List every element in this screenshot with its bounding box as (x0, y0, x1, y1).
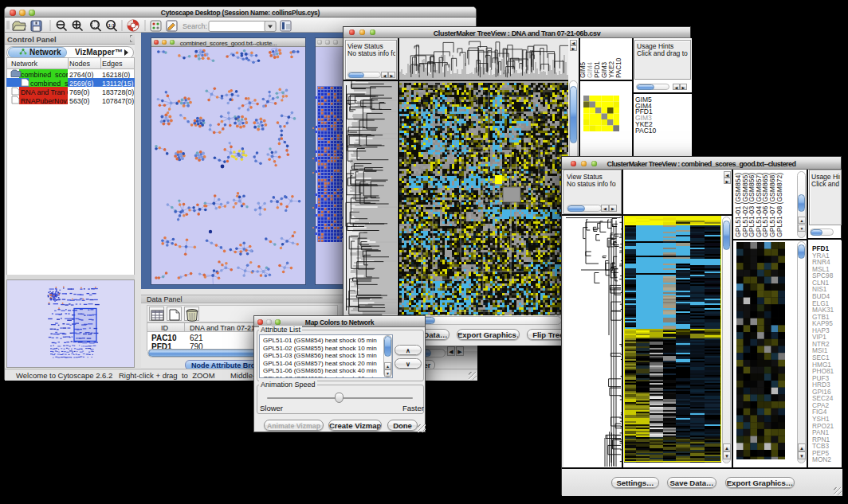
svg-text:GIM4: GIM4 (587, 62, 594, 78)
svg-text:GPL51-08 (GSM872): GPL51-08 (GSM872) (775, 173, 783, 237)
svg-text:PFD1: PFD1 (594, 61, 601, 78)
svg-text:GIM5: GIM5 (579, 62, 587, 78)
svg-text:GIM3: GIM3 (601, 62, 608, 78)
svg-text:YKE2: YKE2 (608, 61, 615, 78)
svg-text:PAC10: PAC10 (615, 57, 622, 78)
